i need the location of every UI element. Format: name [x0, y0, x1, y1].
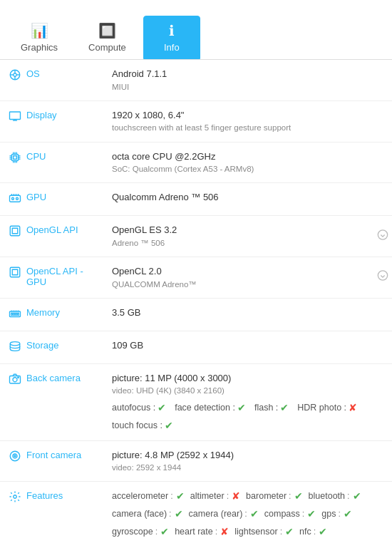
label-text-gpu: GPU [26, 192, 46, 202]
value-cell-storage: 109 GB [103, 331, 392, 363]
check-icon: ✔ [250, 507, 259, 522]
check-icon: ✔ [160, 524, 169, 539]
row-back_camera: Back camerapicture: 11 MP (4000 x 3000)v… [0, 363, 392, 440]
check-icon: ✔ [294, 489, 303, 504]
value-main-storage: 109 GB [112, 338, 383, 353]
feature-bluetooth: bluetooth : ✔ [309, 489, 361, 504]
value-main-opengl: OpenGL ES 3.2 [112, 223, 371, 237]
info-tab-label: Info [164, 42, 180, 53]
value-cell-back_camera: picture: 11 MP (4000 x 3000)video: UHD (… [103, 363, 392, 440]
back_camera-icon [9, 373, 21, 389]
label-text-memory: Memory [26, 307, 60, 318]
flag-flash: flash : ✔ [254, 400, 289, 415]
svg-rect-41 [16, 313, 17, 315]
flag-touch-focus: touch focus : ✔ [112, 418, 173, 433]
cross-icon: ✘ [349, 400, 357, 415]
svg-rect-9 [12, 154, 19, 160]
check-icon: ✔ [176, 489, 185, 504]
feature-line-0: accelerometer : ✔altimeter : ✘barometer … [112, 489, 383, 504]
compute-tab-icon: 🔲 [98, 22, 116, 39]
label-text-back_camera: Back camera [26, 373, 81, 383]
label-text-features: Features [26, 490, 63, 501]
check-icon: ✔ [353, 489, 361, 504]
row-display: Display1920 x 1080, 6.4"touchscreen with… [0, 100, 392, 142]
check-icon: ✔ [285, 524, 294, 539]
svg-rect-10 [14, 155, 17, 159]
row-features: Featuresaccelerometer : ✔altimeter : ✘ba… [0, 482, 392, 543]
cross-icon: ✘ [232, 489, 240, 504]
label-text-cpu: CPU [26, 151, 46, 162]
svg-point-50 [14, 495, 17, 499]
svg-point-43 [10, 341, 20, 345]
row-os: OSAndroid 7.1.1MIUI [0, 60, 392, 100]
flag-face-detection: face detection : ✔ [175, 400, 246, 415]
row-front_camera: Front camerapicture: 4.8 MP (2592 x 1944… [0, 440, 392, 482]
feature-camera--face-: camera (face) : ✔ [112, 507, 183, 522]
tab-graphics[interactable]: 📊Graphics [7, 16, 71, 59]
check-icon: ✔ [280, 400, 289, 415]
value-sub-opencl: QUALCOMM Adreno™ [112, 279, 371, 291]
label-cell-front_camera: Front camera [0, 440, 103, 482]
feature-line-1: camera (face) : ✔camera (rear) : ✔compas… [112, 507, 383, 522]
row-storage: Storage109 GB [0, 331, 392, 363]
flag-HDR-photo: HDR photo : ✘ [297, 400, 357, 415]
value-cell-cpu: octa core CPU @2.2GHzSoC: Qualcomm (Cort… [103, 142, 392, 183]
label-text-front_camera: Front camera [26, 450, 81, 460]
display-icon [9, 110, 21, 126]
value-cell-front_camera: picture: 4.8 MP (2592 x 1944)video: 2592… [103, 440, 392, 482]
value-cell-opencl: OpenCL 2.0QUALCOMM Adreno™ [103, 257, 392, 299]
check-icon: ✔ [237, 400, 246, 415]
label-cell-os: OS [0, 60, 103, 100]
value-sub-cpu: SoC: Qualcomm (Cortex A53 - ARMv8) [112, 163, 383, 175]
tab-compute[interactable]: 🔲Compute [75, 16, 140, 59]
expand-button-opengl[interactable] [377, 227, 388, 246]
info-tab-icon: ℹ [169, 22, 175, 39]
value-cell-features: accelerometer : ✔altimeter : ✘barometer … [103, 482, 392, 543]
value-sub-display: touchscreen with at least 5 finger gestu… [112, 122, 383, 134]
svg-rect-42 [18, 313, 19, 315]
feature-compass: compass : ✔ [264, 507, 316, 522]
camera-sub-back_camera: video: UHD (4K) (3840 x 2160) [112, 385, 383, 397]
value-cell-memory: 3.5 GB [103, 298, 392, 331]
svg-rect-40 [14, 313, 15, 315]
check-icon: ✔ [175, 507, 183, 522]
feature-nfc: nfc : ✔ [299, 524, 327, 539]
svg-point-45 [13, 378, 17, 382]
svg-point-29 [16, 198, 19, 200]
camera-flags2-back_camera: touch focus : ✔ [112, 418, 383, 433]
front-camera-main: picture: 4.8 MP (2592 x 1944) [112, 448, 383, 462]
front_camera-icon [9, 450, 21, 466]
camera-flags-back_camera: autofocus : ✔face detection : ✔flash : ✔… [112, 400, 383, 415]
value-cell-opengl: OpenGL ES 3.2Adreno ™ 506 [103, 216, 392, 257]
tabs-container: 📊Graphics🔲ComputeℹInfo [0, 16, 392, 60]
label-text-opengl: OpenGL API [26, 224, 78, 235]
svg-point-46 [18, 377, 19, 378]
svg-point-33 [378, 271, 387, 280]
feature-lightsensor: lightsensor : ✔ [234, 524, 294, 539]
check-icon: ✔ [319, 524, 327, 539]
feature-accelerometer: accelerometer : ✔ [112, 489, 185, 504]
svg-point-31 [378, 229, 387, 239]
label-cell-memory: Memory [0, 298, 103, 331]
row-cpu: CPUocta core CPU @2.2GHzSoC: Qualcomm (C… [0, 142, 392, 183]
value-main-cpu: octa core CPU @2.2GHz [112, 150, 383, 164]
svg-rect-39 [11, 313, 13, 315]
label-cell-display: Display [0, 100, 103, 142]
feature-barometer: barometer : ✔ [246, 489, 302, 504]
value-main-memory: 3.5 GB [112, 306, 383, 320]
value-sub-opengl: Adreno ™ 506 [112, 237, 371, 249]
feature-gps: gps : ✔ [321, 507, 352, 522]
flag-autofocus: autofocus : ✔ [112, 400, 166, 415]
check-icon: ✔ [158, 400, 166, 415]
svg-rect-32 [10, 267, 20, 277]
row-gpu: GPUQualcomm Adreno ™ 506 [0, 183, 392, 216]
feature-line-2: gyroscope : ✔heart rate : ✘lightsensor :… [112, 524, 383, 539]
check-icon: ✔ [344, 507, 352, 522]
value-cell-os: Android 7.1.1MIUI [103, 60, 392, 100]
value-main-gpu: Qualcomm Adreno ™ 506 [112, 190, 383, 205]
memory-icon [9, 307, 21, 324]
graphics-tab-label: Graphics [21, 42, 58, 53]
tab-info[interactable]: ℹInfo [143, 16, 200, 59]
svg-rect-30 [10, 227, 20, 237]
expand-button-opencl[interactable] [377, 268, 388, 287]
